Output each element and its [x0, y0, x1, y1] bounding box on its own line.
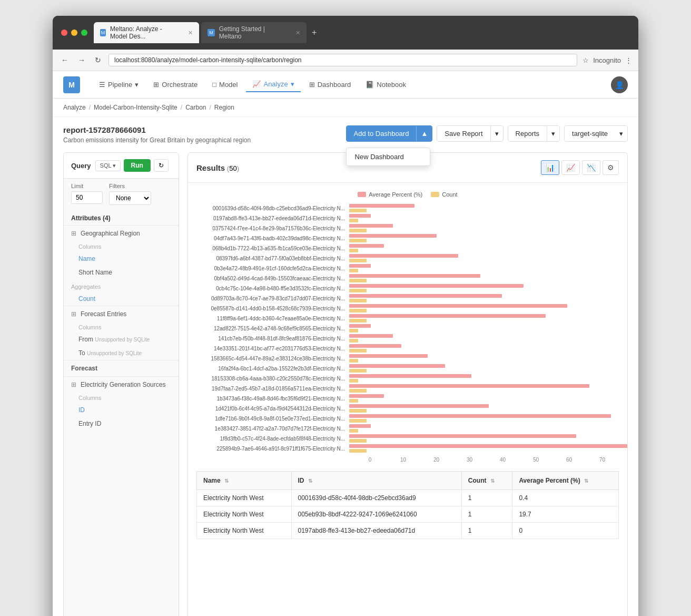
user-avatar[interactable]: 👤	[611, 76, 628, 93]
tab-label-inactive: Getting Started | Meltano	[219, 25, 288, 40]
col-name[interactable]: Name ⇅	[197, 472, 292, 490]
avg-bar	[349, 234, 437, 238]
line-chart-toggle[interactable]: 📈	[561, 160, 580, 175]
chart-area: Average Percent (%) Count 0001639d-d58c-…	[188, 183, 627, 616]
back-button[interactable]: ←	[59, 55, 71, 65]
entry-id-attribute[interactable]: Entry ID	[64, 417, 179, 431]
address-input[interactable]	[108, 54, 577, 66]
col-id-sort[interactable]: ⇅	[308, 478, 312, 484]
target-main[interactable]: target-sqlite	[565, 126, 615, 141]
geographical-region-header[interactable]: ⊞ Geographical Region	[64, 226, 179, 241]
table-row[interactable]: Electricity North West0197abd8-ffe3-413e…	[197, 523, 619, 539]
id-attribute[interactable]: ID	[64, 403, 179, 417]
star-icon[interactable]: ☆	[583, 56, 589, 64]
new-tab-button[interactable]: +	[309, 27, 320, 38]
table-cell-count: 1	[461, 506, 512, 523]
count-aggregate[interactable]: Count	[64, 292, 179, 306]
count-bar	[349, 329, 358, 333]
close-button[interactable]	[61, 30, 67, 36]
save-report-button[interactable]: Save Report ▾	[437, 125, 503, 142]
results-title-wrapper: Results (50)	[196, 163, 239, 172]
bar-group	[349, 204, 619, 212]
nav-pipeline[interactable]: ☰ Pipeline ▾	[93, 77, 145, 92]
breadcrumb-analyze[interactable]: Analyze	[63, 104, 86, 111]
table-row[interactable]: Electricity North West0001639d-d58c-40f4…	[197, 490, 619, 506]
reports-arrow[interactable]: ▾	[547, 126, 559, 141]
analyze-label: Analyze	[263, 80, 288, 88]
col-count-sort[interactable]: ⇅	[490, 478, 495, 484]
add-to-dashboard-arrow[interactable]: ▲	[416, 126, 432, 141]
chart-row: 19d7faa7-2ed5-45b7-a18d-01856a5711ea-Ele…	[196, 384, 619, 393]
col-avg-sort[interactable]: ⇅	[584, 478, 588, 484]
menu-icon[interactable]: ⋮	[625, 56, 632, 64]
new-dashboard-item[interactable]: New Dashboard	[347, 148, 430, 165]
nav-notebook[interactable]: 📓 Notebook	[359, 77, 412, 92]
to-attribute[interactable]: To Unsupported by SQLite	[64, 346, 179, 360]
reports-button[interactable]: Reports ▾	[508, 125, 560, 142]
col-count[interactable]: Count ⇅	[461, 472, 512, 490]
breadcrumb-carbon[interactable]: Carbon	[185, 104, 206, 111]
add-to-dashboard-main[interactable]: Add to Dashboard	[347, 126, 417, 141]
header-actions: Add to Dashboard ▲ New Dashboard Save Re…	[346, 125, 628, 142]
tab-inactive[interactable]: M Getting Started | Meltano ✕	[201, 22, 307, 43]
bar-group	[349, 254, 619, 262]
bar-chart-toggle[interactable]: 📊	[541, 160, 559, 175]
filters-select[interactable]: None	[109, 191, 151, 205]
count-bar	[349, 379, 358, 383]
col-avg[interactable]: Average Percent (%) ⇅	[512, 472, 619, 490]
query-title: Query	[71, 162, 91, 170]
chart-row: 16fa2f4a-6bc1-4dcf-a2ba-15522fe2b3df-Ele…	[196, 364, 619, 373]
tab-close-inactive[interactable]: ✕	[295, 30, 300, 36]
short-name-attribute[interactable]: Short Name	[64, 266, 179, 279]
limit-input[interactable]	[71, 191, 103, 204]
bar-group	[349, 364, 619, 373]
col-name-sort[interactable]: ⇅	[224, 478, 229, 484]
save-report-arrow[interactable]: ▾	[491, 126, 503, 141]
count-bar	[349, 299, 367, 302]
maximize-button[interactable]	[81, 30, 87, 36]
electricity-header[interactable]: ⊞ Electricity Generation Sources	[64, 377, 179, 393]
reload-button[interactable]: ↻	[93, 55, 103, 65]
legend-avg: Average Percent (%)	[358, 191, 422, 198]
add-to-dashboard-dropdown: New Dashboard	[346, 148, 430, 166]
nav-model[interactable]: □ Model	[206, 77, 244, 92]
chart-row: 08397fd6-a6bf-4387-bd77-5f0a03eb8bbf-Ele…	[196, 254, 619, 262]
nav-orchestrate[interactable]: ⊞ Orchestrate	[147, 77, 204, 92]
count-bar	[349, 389, 367, 393]
table-row[interactable]: Electricity North West005eb93b-8bdf-4222…	[197, 506, 619, 523]
target-button[interactable]: target-sqlite ▾	[564, 125, 628, 142]
chart-row: 141cb7eb-f50b-4f48-81df-8fc9eaf81876-Ele…	[196, 334, 619, 343]
refresh-button[interactable]: ↻	[154, 159, 169, 172]
minimize-button[interactable]	[71, 30, 77, 36]
area-chart-toggle[interactable]: 📉	[582, 160, 600, 175]
run-button[interactable]: Run	[124, 159, 151, 172]
forecast-entries-header[interactable]: ⊞ Forecast Entries	[64, 306, 179, 322]
save-report-main[interactable]: Save Report	[437, 126, 490, 141]
breadcrumb-region[interactable]: Region	[214, 104, 234, 111]
target-arrow[interactable]: ▾	[615, 126, 627, 141]
table-toggle[interactable]: ⚙	[603, 160, 619, 175]
tab-active[interactable]: M Meltano: Analyze - Model Des... ✕	[94, 22, 199, 43]
forward-button[interactable]: →	[76, 55, 87, 65]
col-id[interactable]: ID ⇅	[291, 472, 461, 490]
table-cell-name: Electricity North West	[197, 506, 292, 523]
bar-group	[349, 264, 619, 272]
name-attribute[interactable]: Name	[64, 252, 179, 266]
table-cell-count: 1	[461, 490, 512, 506]
count-bar	[349, 399, 358, 403]
tab-close-active[interactable]: ✕	[188, 30, 193, 36]
from-attribute[interactable]: From Unsupported by SQLite	[64, 333, 179, 346]
count-bar	[349, 339, 358, 343]
breadcrumb-model[interactable]: Model-Carbon-Intensity-Sqlite	[94, 104, 177, 111]
nav-dashboard[interactable]: ⊞ Dashboard	[303, 77, 358, 92]
chart-row-label: 1dfe71b6-9b0f-49c8-9a8f-015e0e737ed1-Ele…	[196, 416, 349, 422]
nav-analyze[interactable]: 📈 Analyze ▾	[246, 77, 300, 92]
add-to-dashboard-button[interactable]: Add to Dashboard ▲	[346, 125, 433, 142]
chart-row: 1d421f0b-6c4f-4c95-a7da-f9d42544312d-Ele…	[196, 404, 619, 413]
chart-row: 0bf4a502-d49d-4cad-849b-15503fcaeaac-Ele…	[196, 274, 619, 282]
sql-button[interactable]: SQL ▾	[95, 160, 121, 171]
results-count-val: 50	[229, 164, 236, 172]
reports-main[interactable]: Reports	[508, 126, 548, 141]
table-cell-id: 0001639d-d58c-40f4-98db-c25ebcd36ad9	[291, 490, 461, 506]
chart-row-label: 0197abd8-ffe3-413e-bb27-edeeda06d71d-Ele…	[196, 216, 349, 221]
